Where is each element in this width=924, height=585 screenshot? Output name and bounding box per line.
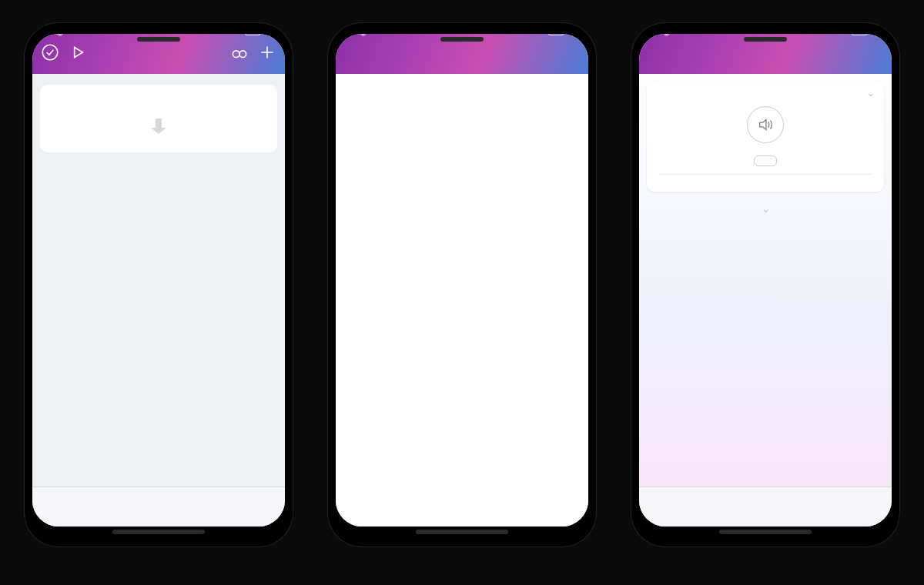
content: ⌄ ⌄: [639, 74, 892, 486]
tab-bar: [32, 486, 285, 526]
speaker: [440, 37, 484, 42]
glasses-icon[interactable]: [229, 42, 249, 62]
plus-icon[interactable]: [257, 42, 277, 62]
nav-row: [336, 37, 588, 68]
screen-2: ◉ ⚡: [336, 34, 588, 526]
wifi-icon: ◉: [360, 34, 367, 37]
content: [32, 74, 285, 486]
speaker: [137, 37, 180, 42]
screen-1: ◉ ⚡: [32, 34, 285, 526]
charging-icon: ⚡: [266, 34, 277, 37]
card-tabs: [659, 174, 872, 182]
svg-point-0: [42, 45, 58, 60]
wifi-icon: ◉: [663, 34, 671, 37]
arrow-down-icon: ⌄: [639, 201, 892, 216]
charging-icon: ⚡: [873, 34, 884, 37]
charging-icon: ⚡: [570, 34, 581, 37]
chevron-down-icon[interactable]: ⌄: [867, 88, 875, 99]
speaker-button[interactable]: [747, 106, 784, 143]
arrow-down-icon: [46, 117, 271, 139]
battery-icon: [548, 34, 567, 35]
content: [336, 74, 588, 526]
nav-row: [639, 37, 892, 68]
speaker: [744, 37, 787, 42]
phone-2: ◉ ⚡: [328, 23, 596, 547]
tab-bar: [639, 486, 892, 526]
home-indicator: [112, 530, 205, 534]
study-card: [40, 85, 277, 152]
more-example-button[interactable]: [754, 155, 777, 166]
nav-row: [32, 37, 285, 68]
svg-point-1: [233, 51, 239, 58]
home-indicator: [719, 530, 812, 534]
phone-1: ◉ ⚡: [25, 23, 293, 547]
signal-icon: [647, 34, 657, 35]
battery-icon: [245, 34, 263, 35]
battery-icon: [852, 34, 870, 35]
play-icon[interactable]: [68, 42, 88, 62]
home-indicator: [416, 530, 508, 534]
word-card: ⌄: [647, 82, 884, 192]
screen-3: ◉ ⚡ ⌄: [639, 34, 892, 526]
svg-point-2: [239, 51, 246, 58]
check-circle-icon[interactable]: [40, 42, 60, 62]
signal-icon: [343, 34, 353, 35]
phone-3: ◉ ⚡ ⌄: [631, 23, 899, 547]
wifi-icon: ◉: [56, 34, 64, 37]
signal-icon: [40, 34, 50, 35]
